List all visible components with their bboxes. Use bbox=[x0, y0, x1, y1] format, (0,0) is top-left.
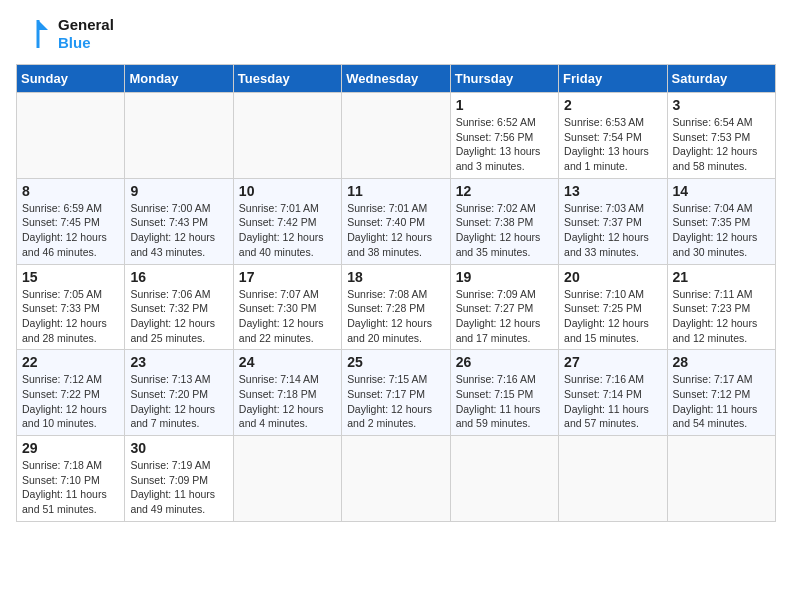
day-number: 17 bbox=[239, 269, 336, 285]
day-number: 24 bbox=[239, 354, 336, 370]
page-header: General Blue bbox=[16, 16, 776, 52]
day-info: Sunrise: 6:53 AMSunset: 7:54 PMDaylight:… bbox=[564, 116, 649, 172]
day-info: Sunrise: 7:09 AMSunset: 7:27 PMDaylight:… bbox=[456, 288, 541, 344]
day-info: Sunrise: 7:14 AMSunset: 7:18 PMDaylight:… bbox=[239, 373, 324, 429]
column-header-monday: Monday bbox=[125, 65, 233, 93]
day-number: 13 bbox=[564, 183, 661, 199]
day-number: 8 bbox=[22, 183, 119, 199]
day-number: 25 bbox=[347, 354, 444, 370]
calendar-week-5: 29 Sunrise: 7:18 AMSunset: 7:10 PMDaylig… bbox=[17, 436, 776, 522]
day-info: Sunrise: 7:07 AMSunset: 7:30 PMDaylight:… bbox=[239, 288, 324, 344]
empty-cell bbox=[342, 436, 450, 522]
day-cell-12: 12 Sunrise: 7:02 AMSunset: 7:38 PMDaylig… bbox=[450, 178, 558, 264]
day-cell-10: 10 Sunrise: 7:01 AMSunset: 7:42 PMDaylig… bbox=[233, 178, 341, 264]
day-number: 19 bbox=[456, 269, 553, 285]
day-cell-13: 13 Sunrise: 7:03 AMSunset: 7:37 PMDaylig… bbox=[559, 178, 667, 264]
day-cell-22: 22 Sunrise: 7:12 AMSunset: 7:22 PMDaylig… bbox=[17, 350, 125, 436]
day-info: Sunrise: 7:11 AMSunset: 7:23 PMDaylight:… bbox=[673, 288, 758, 344]
day-info: Sunrise: 7:04 AMSunset: 7:35 PMDaylight:… bbox=[673, 202, 758, 258]
calendar-header-row: SundayMondayTuesdayWednesdayThursdayFrid… bbox=[17, 65, 776, 93]
day-number: 11 bbox=[347, 183, 444, 199]
svg-rect-0 bbox=[16, 16, 52, 52]
day-cell-9: 9 Sunrise: 7:00 AMSunset: 7:43 PMDayligh… bbox=[125, 178, 233, 264]
day-info: Sunrise: 7:16 AMSunset: 7:15 PMDaylight:… bbox=[456, 373, 541, 429]
day-info: Sunrise: 7:12 AMSunset: 7:22 PMDaylight:… bbox=[22, 373, 107, 429]
day-cell-15: 15 Sunrise: 7:05 AMSunset: 7:33 PMDaylig… bbox=[17, 264, 125, 350]
day-info: Sunrise: 7:18 AMSunset: 7:10 PMDaylight:… bbox=[22, 459, 107, 515]
day-number: 26 bbox=[456, 354, 553, 370]
day-cell-26: 26 Sunrise: 7:16 AMSunset: 7:15 PMDaylig… bbox=[450, 350, 558, 436]
day-number: 23 bbox=[130, 354, 227, 370]
day-number: 9 bbox=[130, 183, 227, 199]
day-info: Sunrise: 7:17 AMSunset: 7:12 PMDaylight:… bbox=[673, 373, 758, 429]
day-info: Sunrise: 6:59 AMSunset: 7:45 PMDaylight:… bbox=[22, 202, 107, 258]
empty-cell bbox=[233, 93, 341, 179]
day-info: Sunrise: 7:08 AMSunset: 7:28 PMDaylight:… bbox=[347, 288, 432, 344]
day-cell-17: 17 Sunrise: 7:07 AMSunset: 7:30 PMDaylig… bbox=[233, 264, 341, 350]
day-info: Sunrise: 7:01 AMSunset: 7:42 PMDaylight:… bbox=[239, 202, 324, 258]
day-info: Sunrise: 7:00 AMSunset: 7:43 PMDaylight:… bbox=[130, 202, 215, 258]
day-number: 18 bbox=[347, 269, 444, 285]
column-header-wednesday: Wednesday bbox=[342, 65, 450, 93]
day-number: 12 bbox=[456, 183, 553, 199]
day-cell-14: 14 Sunrise: 7:04 AMSunset: 7:35 PMDaylig… bbox=[667, 178, 775, 264]
day-cell-25: 25 Sunrise: 7:15 AMSunset: 7:17 PMDaylig… bbox=[342, 350, 450, 436]
day-info: Sunrise: 7:03 AMSunset: 7:37 PMDaylight:… bbox=[564, 202, 649, 258]
day-number: 20 bbox=[564, 269, 661, 285]
day-info: Sunrise: 7:10 AMSunset: 7:25 PMDaylight:… bbox=[564, 288, 649, 344]
day-info: Sunrise: 7:06 AMSunset: 7:32 PMDaylight:… bbox=[130, 288, 215, 344]
logo-line2: Blue bbox=[58, 34, 114, 52]
calendar-table: SundayMondayTuesdayWednesdayThursdayFrid… bbox=[16, 64, 776, 522]
empty-cell bbox=[667, 436, 775, 522]
day-cell-8: 8 Sunrise: 6:59 AMSunset: 7:45 PMDayligh… bbox=[17, 178, 125, 264]
empty-cell bbox=[17, 93, 125, 179]
day-cell-27: 27 Sunrise: 7:16 AMSunset: 7:14 PMDaylig… bbox=[559, 350, 667, 436]
calendar-week-1: 1 Sunrise: 6:52 AMSunset: 7:56 PMDayligh… bbox=[17, 93, 776, 179]
day-info: Sunrise: 7:16 AMSunset: 7:14 PMDaylight:… bbox=[564, 373, 649, 429]
day-cell-29: 29 Sunrise: 7:18 AMSunset: 7:10 PMDaylig… bbox=[17, 436, 125, 522]
day-info: Sunrise: 6:54 AMSunset: 7:53 PMDaylight:… bbox=[673, 116, 758, 172]
day-cell-23: 23 Sunrise: 7:13 AMSunset: 7:20 PMDaylig… bbox=[125, 350, 233, 436]
logo: General Blue bbox=[16, 16, 114, 52]
day-number: 27 bbox=[564, 354, 661, 370]
day-cell-3: 3 Sunrise: 6:54 AMSunset: 7:53 PMDayligh… bbox=[667, 93, 775, 179]
day-info: Sunrise: 7:05 AMSunset: 7:33 PMDaylight:… bbox=[22, 288, 107, 344]
day-number: 14 bbox=[673, 183, 770, 199]
day-number: 30 bbox=[130, 440, 227, 456]
day-number: 1 bbox=[456, 97, 553, 113]
calendar-week-2: 8 Sunrise: 6:59 AMSunset: 7:45 PMDayligh… bbox=[17, 178, 776, 264]
day-number: 16 bbox=[130, 269, 227, 285]
calendar-week-4: 22 Sunrise: 7:12 AMSunset: 7:22 PMDaylig… bbox=[17, 350, 776, 436]
day-info: Sunrise: 7:15 AMSunset: 7:17 PMDaylight:… bbox=[347, 373, 432, 429]
day-number: 3 bbox=[673, 97, 770, 113]
day-cell-20: 20 Sunrise: 7:10 AMSunset: 7:25 PMDaylig… bbox=[559, 264, 667, 350]
day-number: 15 bbox=[22, 269, 119, 285]
calendar-week-3: 15 Sunrise: 7:05 AMSunset: 7:33 PMDaylig… bbox=[17, 264, 776, 350]
day-cell-28: 28 Sunrise: 7:17 AMSunset: 7:12 PMDaylig… bbox=[667, 350, 775, 436]
column-header-thursday: Thursday bbox=[450, 65, 558, 93]
empty-cell bbox=[233, 436, 341, 522]
empty-cell bbox=[559, 436, 667, 522]
day-cell-16: 16 Sunrise: 7:06 AMSunset: 7:32 PMDaylig… bbox=[125, 264, 233, 350]
day-cell-1: 1 Sunrise: 6:52 AMSunset: 7:56 PMDayligh… bbox=[450, 93, 558, 179]
logo-svg-icon bbox=[16, 16, 52, 52]
empty-cell bbox=[342, 93, 450, 179]
day-number: 29 bbox=[22, 440, 119, 456]
day-info: Sunrise: 7:19 AMSunset: 7:09 PMDaylight:… bbox=[130, 459, 215, 515]
day-number: 22 bbox=[22, 354, 119, 370]
day-cell-2: 2 Sunrise: 6:53 AMSunset: 7:54 PMDayligh… bbox=[559, 93, 667, 179]
empty-cell bbox=[450, 436, 558, 522]
column-header-friday: Friday bbox=[559, 65, 667, 93]
column-header-saturday: Saturday bbox=[667, 65, 775, 93]
day-cell-21: 21 Sunrise: 7:11 AMSunset: 7:23 PMDaylig… bbox=[667, 264, 775, 350]
day-cell-19: 19 Sunrise: 7:09 AMSunset: 7:27 PMDaylig… bbox=[450, 264, 558, 350]
day-info: Sunrise: 7:13 AMSunset: 7:20 PMDaylight:… bbox=[130, 373, 215, 429]
day-cell-30: 30 Sunrise: 7:19 AMSunset: 7:09 PMDaylig… bbox=[125, 436, 233, 522]
day-cell-11: 11 Sunrise: 7:01 AMSunset: 7:40 PMDaylig… bbox=[342, 178, 450, 264]
day-number: 28 bbox=[673, 354, 770, 370]
day-cell-18: 18 Sunrise: 7:08 AMSunset: 7:28 PMDaylig… bbox=[342, 264, 450, 350]
day-number: 2 bbox=[564, 97, 661, 113]
logo-line1: General bbox=[58, 16, 114, 34]
empty-cell bbox=[125, 93, 233, 179]
column-header-tuesday: Tuesday bbox=[233, 65, 341, 93]
